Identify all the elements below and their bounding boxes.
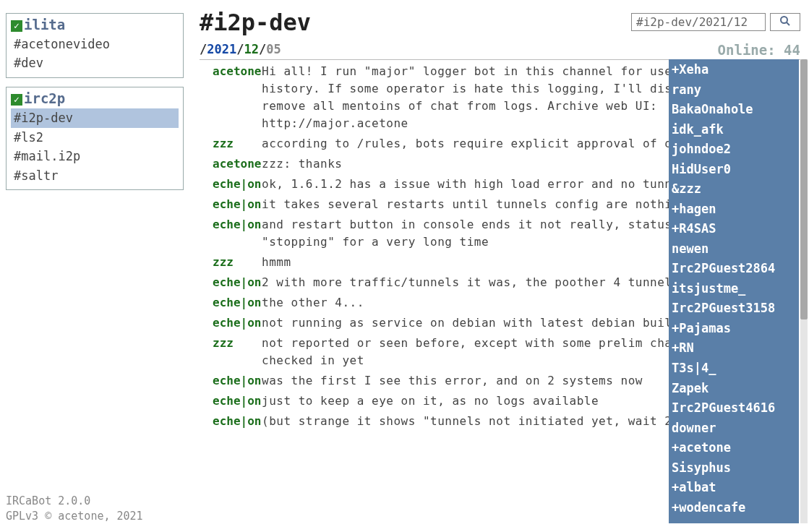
online-counter: Online: 44 — [718, 42, 800, 58]
user-item[interactable]: +Xeha — [672, 60, 796, 80]
channel-item[interactable]: #dev — [11, 53, 179, 73]
user-item[interactable]: +RN — [672, 338, 796, 359]
user-item[interactable]: +Pajamas — [672, 319, 796, 339]
network-title: ✓irc2p — [11, 90, 179, 107]
user-item[interactable]: Irc2PGuest3158 — [672, 299, 796, 319]
sidebar: ✓ilita#acetonevideo#dev✓irc2p#i2p-dev#ls… — [6, 13, 184, 199]
date-breadcrumb: /2021/12/05 — [200, 42, 281, 56]
user-item[interactable]: +acetone — [672, 438, 796, 458]
user-item[interactable]: rany — [672, 80, 796, 100]
message-nick: eche|on — [202, 274, 262, 291]
user-item[interactable]: +wodencafe — [672, 498, 796, 518]
message-nick: eche|on — [202, 314, 262, 332]
user-item[interactable]: Zapek — [672, 379, 796, 399]
channel-item[interactable]: #i2p-dev — [11, 108, 179, 128]
network-panel: ✓irc2p#i2p-dev#ls2#mail.i2p#saltr — [6, 87, 184, 190]
user-item[interactable]: idk_afk — [672, 120, 796, 140]
user-item[interactable]: downer — [672, 419, 796, 439]
message-nick: eche|on — [202, 176, 262, 193]
channel-list: #acetonevideo#dev — [11, 35, 179, 73]
user-item[interactable]: johndoe2 — [672, 140, 796, 160]
user-item[interactable]: &zzz — [672, 179, 796, 200]
user-item[interactable]: +hagen — [672, 200, 796, 220]
search-group — [631, 13, 800, 31]
search-button[interactable] — [770, 13, 800, 31]
check-icon: ✓ — [11, 94, 22, 106]
message-nick: zzz — [202, 135, 262, 153]
user-item[interactable]: newen — [672, 239, 796, 259]
search-input[interactable] — [631, 13, 766, 31]
user-list: +XeharanyBakaOnaholeidk_afkjohndoe2HidUs… — [669, 59, 799, 523]
channel-item[interactable]: #saltr — [11, 166, 179, 186]
message-nick: zzz — [202, 335, 262, 352]
user-item[interactable]: +R4SAS — [672, 219, 796, 239]
message-nick: eche|on — [202, 196, 262, 213]
message-nick: eche|on — [202, 413, 262, 430]
network-panel: ✓ilita#acetonevideo#dev — [6, 13, 184, 78]
message-nick: acetone — [202, 63, 262, 80]
message-nick: zzz — [202, 254, 262, 271]
user-item[interactable]: +albat — [672, 478, 796, 498]
footer: IRCaBot 2.0.0 GPLv3 © acetone, 2021 — [6, 494, 143, 525]
user-item[interactable]: Irc2PGuest2864 — [672, 259, 796, 279]
user-item[interactable]: Irc2PGuest4616 — [672, 398, 796, 419]
scrollbar-thumb[interactable] — [800, 59, 808, 319]
scrollbar[interactable] — [800, 59, 808, 523]
user-item[interactable]: itsjustme_ — [672, 279, 796, 299]
message-nick: eche|on — [202, 372, 262, 390]
crumb-day: 05 — [266, 42, 281, 56]
crumb-year[interactable]: 2021 — [207, 42, 236, 56]
channel-item[interactable]: #ls2 — [11, 128, 179, 147]
user-item[interactable]: Sisyphus — [672, 458, 796, 479]
search-icon — [779, 17, 791, 29]
network-title: ✓ilita — [11, 17, 179, 33]
message-nick: eche|on — [202, 216, 262, 233]
crumb-month[interactable]: 12 — [244, 42, 258, 56]
channel-list: #i2p-dev#ls2#mail.i2p#saltr — [11, 108, 179, 186]
topbar: #i2p-dev — [200, 9, 800, 36]
svg-line-1 — [787, 22, 789, 25]
svg-point-0 — [781, 17, 787, 23]
channel-item[interactable]: #mail.i2p — [11, 147, 179, 166]
user-item[interactable]: T3s|4_ — [672, 359, 796, 379]
message-nick: eche|on — [202, 294, 262, 312]
license-line: GPLv3 © acetone, 2021 — [6, 509, 143, 525]
message-nick: acetone — [202, 155, 262, 173]
app-version: IRCaBot 2.0.0 — [6, 494, 143, 510]
user-item[interactable]: HidUser0 — [672, 160, 796, 180]
message-nick: eche|on — [202, 392, 262, 410]
channel-item[interactable]: #acetonevideo — [11, 35, 179, 54]
user-item[interactable]: BakaOnahole — [672, 100, 796, 120]
check-icon: ✓ — [11, 20, 22, 32]
